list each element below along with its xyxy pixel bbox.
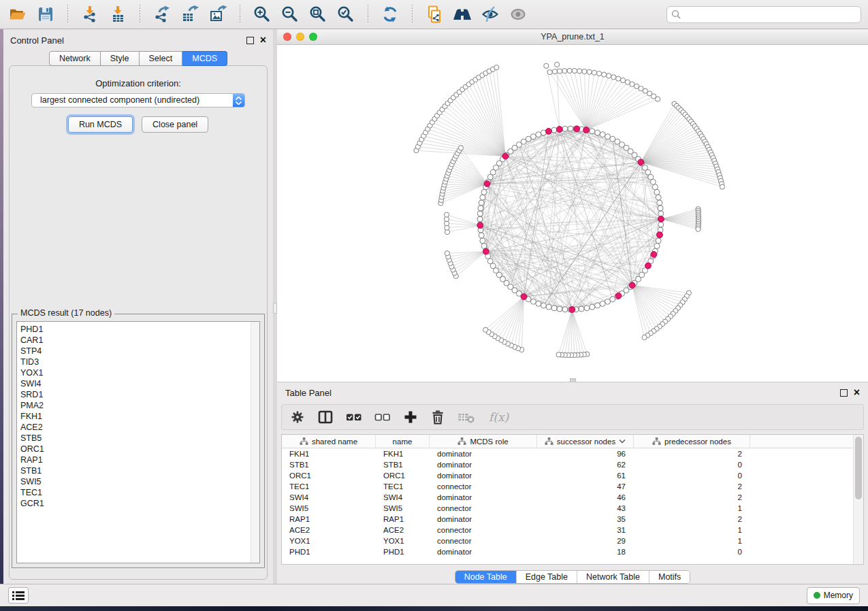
folder-open-icon[interactable] xyxy=(7,3,29,25)
mcds-result-item[interactable]: CAR1 xyxy=(17,335,259,346)
cell-shared-name: RAP1 xyxy=(282,514,376,525)
zoom-fit-icon[interactable] xyxy=(307,3,329,25)
column-header-shared-name[interactable]: shared name xyxy=(282,435,376,448)
delete-table-icon[interactable] xyxy=(457,410,475,425)
tab-node-table[interactable]: Node Table xyxy=(455,571,516,583)
table-row[interactable]: RAP1RAP1dominator352 xyxy=(282,514,863,525)
tab-network[interactable]: Network xyxy=(49,51,101,66)
close-panel-icon[interactable]: × xyxy=(260,37,266,44)
mcds-result-item[interactable]: ACE2 xyxy=(17,422,259,433)
table-toolbar: f(x) xyxy=(281,404,864,430)
table-row[interactable]: YOX1YOX1connector291 xyxy=(282,535,863,546)
mcds-result-item[interactable]: FKH1 xyxy=(17,411,259,422)
float-panel-icon[interactable] xyxy=(246,37,254,44)
binoculars-icon[interactable] xyxy=(451,3,473,25)
mcds-result-item[interactable]: ORC1 xyxy=(17,444,259,455)
mcds-result-item[interactable]: GCR1 xyxy=(17,498,259,509)
column-header-name[interactable]: name xyxy=(376,435,430,448)
mcds-result-item[interactable]: SRD1 xyxy=(17,389,259,400)
mcds-result-item[interactable]: YOX1 xyxy=(17,367,259,378)
mcds-result-item[interactable]: PHD1 xyxy=(17,324,259,335)
cell-successor-nodes: 96 xyxy=(537,448,634,459)
refresh-icon[interactable] xyxy=(379,3,401,25)
toolbar-separator xyxy=(67,5,68,24)
cell-shared-name: FKH1 xyxy=(282,448,376,459)
mcds-result-item[interactable]: SWI5 xyxy=(17,476,259,487)
floppy-save-icon[interactable] xyxy=(35,3,57,25)
table-scrollbar[interactable] xyxy=(853,435,863,564)
tab-select[interactable]: Select xyxy=(140,51,183,66)
cell-shared-name: ACE2 xyxy=(282,525,376,535)
table-row[interactable]: PHD1PHD1dominator180 xyxy=(282,546,863,557)
cell-shared-name: SWI5 xyxy=(282,503,376,514)
table-row[interactable]: STB1STB1dominator620 xyxy=(282,459,863,470)
mcds-result-item[interactable]: STB5 xyxy=(17,433,259,444)
mcds-result-item[interactable]: STP4 xyxy=(17,346,259,357)
tab-network-table[interactable]: Network Table xyxy=(577,571,649,583)
close-table-panel-icon[interactable]: × xyxy=(854,389,860,396)
tab-motifs[interactable]: Motifs xyxy=(649,571,690,583)
delete-column-icon[interactable] xyxy=(430,410,445,425)
split-columns-icon[interactable] xyxy=(317,410,334,425)
table-panel-title: Table Panel xyxy=(285,388,332,398)
search-input[interactable] xyxy=(666,6,861,23)
float-table-panel-icon[interactable] xyxy=(840,389,848,397)
table-row[interactable]: TEC1TEC1connector472 xyxy=(282,481,863,492)
minimize-window-icon[interactable] xyxy=(296,33,304,41)
mcds-result-item[interactable]: PMA2 xyxy=(17,400,259,411)
cell-name: FKH1 xyxy=(376,448,430,459)
optimization-criterion-select[interactable]: largest connected component (undirected) xyxy=(31,93,245,108)
mcds-result-item[interactable]: TID3 xyxy=(17,357,259,367)
mcds-result-list-container: PHD1CAR1STP4TID3YOX1SWI4SRD1PMA2FKH1ACE2… xyxy=(16,321,260,563)
export-image-icon[interactable] xyxy=(207,3,229,25)
table-row[interactable]: SWI5SWI5connector431 xyxy=(282,503,863,514)
desktop-wallpaper-bottom xyxy=(0,606,868,611)
mcds-result-item[interactable]: RAP1 xyxy=(17,455,259,465)
close-window-icon[interactable] xyxy=(283,33,291,41)
export-network-icon[interactable] xyxy=(151,3,173,25)
cell-MCDS-role: connector xyxy=(430,503,537,514)
cell-shared-name: TEC1 xyxy=(282,481,376,492)
cell-MCDS-role: connector xyxy=(430,535,537,546)
zoom-selected-icon[interactable] xyxy=(335,3,357,25)
table-row[interactable]: ACE2ACE2connector311 xyxy=(282,525,863,535)
network-view-canvas[interactable] xyxy=(277,45,868,382)
mcds-result-item[interactable]: STB1 xyxy=(17,465,259,476)
mcds-result-group: MCDS result (17 nodes) PHD1CAR1STP4TID3Y… xyxy=(12,314,265,568)
column-header-successor-nodes[interactable]: successor nodes xyxy=(537,435,634,448)
zoom-out-icon[interactable] xyxy=(279,3,301,25)
cell-name: SWI4 xyxy=(376,492,430,503)
clone-network-icon[interactable] xyxy=(423,3,445,25)
select-all-checkboxes-icon[interactable] xyxy=(346,410,362,425)
eye-icon[interactable] xyxy=(507,3,529,25)
select-stepper-icon[interactable] xyxy=(233,94,244,107)
tab-style[interactable]: Style xyxy=(101,51,140,66)
tab-edge-table[interactable]: Edge Table xyxy=(516,571,577,583)
run-mcds-button[interactable]: Run MCDS xyxy=(68,116,133,133)
memory-button[interactable]: Memory xyxy=(807,587,860,604)
mcds-list-scrollbar[interactable] xyxy=(251,322,259,563)
settings-gear-icon[interactable] xyxy=(290,410,305,425)
table-scrollbar-thumb[interactable] xyxy=(855,437,862,499)
import-network-icon[interactable] xyxy=(79,3,101,25)
optimization-criterion-label: Optimization criterion: xyxy=(95,78,181,88)
eye-slash-icon[interactable] xyxy=(479,3,501,25)
export-table-icon[interactable] xyxy=(179,3,201,25)
task-history-button[interactable] xyxy=(8,587,29,604)
table-row[interactable]: SWI4SWI4dominator462 xyxy=(282,492,863,503)
zoom-in-icon[interactable] xyxy=(251,3,273,25)
deselect-all-checkboxes-icon[interactable] xyxy=(374,410,391,425)
mcds-result-item[interactable]: SWI4 xyxy=(17,378,259,389)
table-row[interactable]: ORC1ORC1dominator610 xyxy=(282,470,863,481)
cell-name: SWI5 xyxy=(376,503,430,514)
tab-mcds[interactable]: MCDS xyxy=(182,51,227,66)
network-graph[interactable] xyxy=(277,45,868,383)
add-column-icon[interactable] xyxy=(403,410,418,425)
column-header-MCDS-role[interactable]: MCDS role xyxy=(430,435,537,448)
maximize-window-icon[interactable] xyxy=(309,33,317,41)
import-table-icon[interactable] xyxy=(107,3,129,25)
column-header-predecessor-nodes[interactable]: predecessor nodes xyxy=(634,435,750,448)
close-panel-button[interactable]: Close panel xyxy=(142,116,208,133)
mcds-result-item[interactable]: TEC1 xyxy=(17,487,259,498)
table-row[interactable]: FKH1FKH1dominator962 xyxy=(282,448,863,459)
